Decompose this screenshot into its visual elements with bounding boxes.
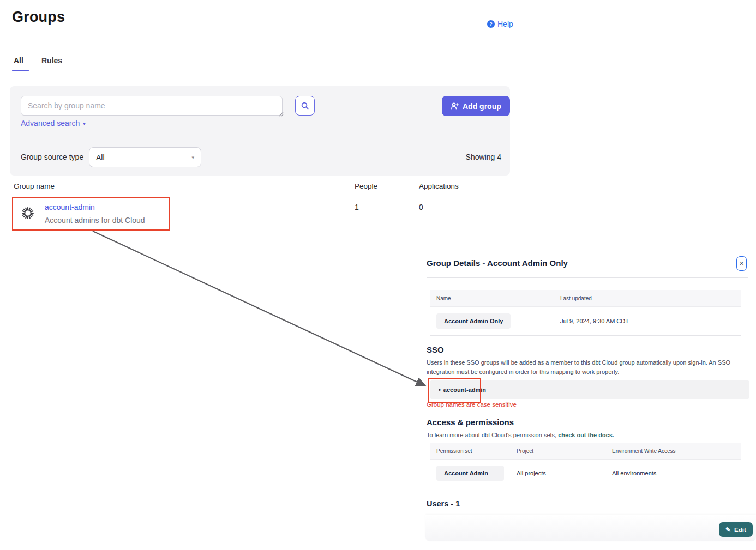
tab-all[interactable]: All — [14, 56, 23, 65]
group-details-panel: Group Details - Account Admin Only ✕ Nam… — [425, 251, 756, 550]
column-header-group-name: Group name — [14, 182, 55, 190]
edit-button-label: Edit — [734, 527, 746, 533]
group-info-table: Name Last updated Account Admin Only Jul… — [430, 290, 741, 336]
page-title: Groups — [12, 9, 65, 26]
advanced-search-toggle[interactable]: Advanced search ▾ — [21, 119, 86, 128]
group-sunburst-icon — [21, 206, 35, 222]
environment-value: All environments — [605, 470, 656, 476]
info-table-row: Account Admin Only Jul 9, 2024, 9:30 AM … — [430, 307, 741, 336]
help-link-label: Help — [497, 20, 513, 28]
search-button[interactable] — [295, 96, 315, 116]
add-user-icon — [451, 102, 459, 110]
tab-rules[interactable]: Rules — [41, 56, 62, 65]
case-sensitive-warning: Group names are case sensitive — [427, 401, 517, 408]
showing-count: Showing 4 — [466, 153, 501, 161]
group-name-chip: Account Admin Only — [436, 313, 511, 329]
caret-down-icon: ▾ — [191, 155, 194, 160]
sso-description: Users in these SSO groups will be added … — [427, 358, 739, 377]
group-source-type-value: All — [96, 153, 105, 162]
users-heading: Users - 1 — [427, 499, 460, 508]
bullet-icon: • — [439, 386, 441, 393]
group-applications-count: 0 — [419, 203, 423, 211]
edit-button[interactable]: ✎ Edit — [719, 522, 753, 537]
group-details-title: Group Details - Account Admin Only — [427, 258, 568, 268]
search-icon — [301, 101, 309, 110]
groups-admin-page: Groups ? Help All Rules — [0, 0, 756, 550]
sso-group-chip: • account-admin — [439, 386, 486, 393]
help-link[interactable]: ? Help — [487, 20, 513, 28]
group-source-type-select[interactable]: All ▾ — [89, 147, 201, 167]
column-header-people: People — [355, 182, 377, 190]
group-people-count: 1 — [355, 203, 359, 211]
permissions-header-row: Permission set Project Environment Write… — [430, 443, 741, 460]
project-value: All projects — [510, 470, 605, 476]
sso-group-name: account-admin — [443, 386, 486, 393]
col-project: Project — [510, 448, 605, 454]
search-filter-panel: Add group Advanced search ▾ Group source… — [10, 86, 510, 176]
permissions-row: Account Admin All projects All environme… — [430, 460, 741, 487]
pencil-icon: ✎ — [725, 526, 731, 534]
active-tab-indicator — [12, 70, 29, 71]
group-description: Account admins for dbt Cloud — [45, 216, 145, 225]
col-environment-write-access: Environment Write Access — [605, 448, 676, 454]
docs-link[interactable]: check out the docs. — [558, 432, 614, 438]
sso-group-bar: • account-admin — [430, 380, 749, 399]
group-source-type-label: Group source type — [21, 153, 83, 161]
panel-divider — [10, 141, 510, 141]
last-updated-value: Jul 9, 2024, 9:30 AM CDT — [554, 318, 629, 324]
access-description: To learn more about dbt Cloud's permissi… — [427, 431, 739, 440]
column-header-applications: Applications — [419, 182, 459, 190]
info-col-name: Name — [430, 295, 554, 301]
caret-down-icon: ▾ — [83, 121, 86, 126]
col-permission-set: Permission set — [430, 448, 510, 454]
advanced-search-label: Advanced search — [21, 119, 80, 128]
help-question-icon: ? — [487, 20, 495, 28]
permission-set-chip: Account Admin — [436, 466, 504, 481]
group-name-link[interactable]: account-admin — [45, 203, 95, 211]
info-col-last-updated: Last updated — [554, 295, 592, 301]
sso-heading: SSO — [427, 345, 444, 354]
add-group-button[interactable]: Add group — [442, 96, 510, 116]
search-input[interactable] — [21, 96, 283, 116]
add-group-label: Add group — [463, 102, 501, 111]
info-table-header-row: Name Last updated — [430, 290, 741, 307]
tabs-divider — [12, 71, 510, 71]
permissions-table: Permission set Project Environment Write… — [430, 443, 741, 487]
panel-header-divider — [427, 277, 748, 278]
close-icon: ✕ — [739, 260, 744, 267]
access-permissions-heading: Access & permissions — [427, 418, 514, 427]
table-row[interactable]: account-admin Account admins for dbt Clo… — [0, 197, 513, 235]
close-panel-button[interactable]: ✕ — [736, 256, 747, 271]
access-description-text: To learn more about dbt Cloud's permissi… — [427, 432, 558, 438]
panel-footer — [425, 515, 756, 541]
table-header-divider — [12, 195, 510, 195]
